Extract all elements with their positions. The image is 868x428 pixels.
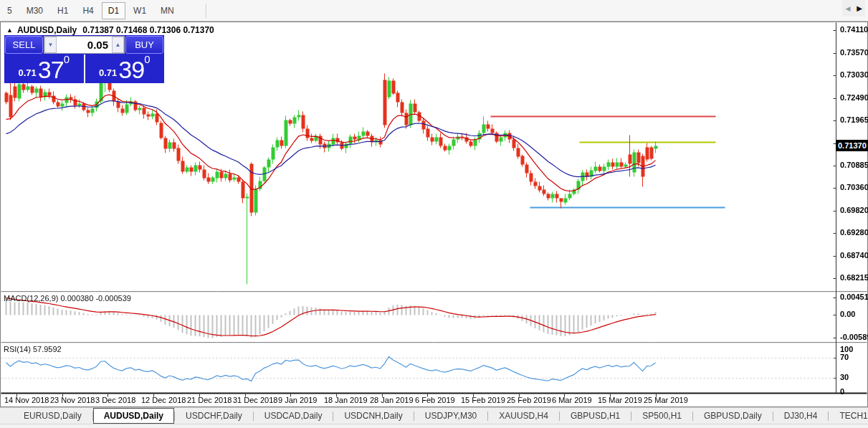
macd-axis-label: 0.004517 <box>840 293 868 301</box>
timeframe-toolbar: 5M30H1H4D1W1MN <box>0 0 868 22</box>
toolbar-separator <box>206 4 207 18</box>
tab-usdchf-daily[interactable]: USDCHF,Daily <box>175 409 253 423</box>
date-axis-label: 25 Feb 2019 <box>507 396 551 404</box>
chart-window: ▲AUDUSD,Daily0.71387 0.71468 0.71306 0.7… <box>0 22 868 407</box>
tab-usdjpy-m30[interactable]: USDJPY,M30 <box>414 409 487 423</box>
sell-price-sup: 0 <box>64 53 70 65</box>
rsi-indicator-label: RSI(14) 57.9592 <box>4 345 62 353</box>
tab-sp500-h1[interactable]: SP500,H1 <box>631 409 692 423</box>
date-axis-label: 21 Dec 2018 <box>187 396 232 404</box>
tab-audusd-daily[interactable]: AUDUSD,Daily <box>93 408 174 424</box>
timeframe-button-h4[interactable]: H4 <box>76 2 100 19</box>
macd-indicator-label: MACD(12,26,9) 0.000380 -0.000539 <box>4 294 131 303</box>
date-axis-label: 6 Mar 2019 <box>552 396 592 404</box>
tab-eurusd-daily[interactable]: EURUSD,Daily <box>13 409 92 423</box>
price-axis-label: 0.70360 <box>840 183 868 191</box>
timeframe-button-w1[interactable]: W1 <box>127 2 153 19</box>
sell-price-display[interactable]: 0.71370 <box>4 54 85 83</box>
tab-scroll-controls: ◀ ▶ <box>842 0 865 16</box>
rsi-axis-label: 30 <box>840 373 849 381</box>
price-axis-label: 0.69820 <box>840 206 868 214</box>
collapse-panel-icon[interactable]: ▲ <box>6 27 13 34</box>
one-click-trade-panel: SELL ▼ ▲ BUY 0.71370 0.71390 <box>4 35 164 83</box>
timeframe-button-d1[interactable]: D1 <box>102 2 125 19</box>
chart-ohlc-quotes: 0.71387 0.71468 0.71306 0.71370 <box>82 25 214 35</box>
timeframe-button-mn[interactable]: MN <box>154 2 181 19</box>
date-axis-label: 15 Mar 2019 <box>598 396 642 404</box>
price-axis-label: 0.71965 <box>840 115 868 124</box>
volume-decrease-icon[interactable]: ▼ <box>44 37 57 53</box>
date-axis-label: 18 Jan 2019 <box>324 396 368 404</box>
macd-axis-label: -0.005899 <box>840 333 868 341</box>
date-axis-label: 15 Feb 2019 <box>461 396 505 404</box>
sell-button[interactable]: SELL <box>5 36 43 54</box>
timeframe-button-h1[interactable]: H1 <box>51 2 75 19</box>
date-axis-label: 6 Feb 2019 <box>415 396 455 404</box>
price-axis-label: 0.72490 <box>840 93 868 102</box>
buy-price-big: 39 <box>118 59 144 80</box>
tab-usdcad-daily[interactable]: USDCAD,Daily <box>254 409 333 423</box>
rsi-axis-label: 70 <box>840 353 849 361</box>
buy-price-display[interactable]: 0.71390 <box>85 54 165 83</box>
window-bottom-strip <box>0 424 868 428</box>
tab-dj30-h4[interactable]: DJ30,H4 <box>773 409 829 423</box>
volume-control: ▼ ▲ <box>44 36 125 54</box>
sell-price-prefix: 0.71 <box>19 67 37 78</box>
sell-price-big: 37 <box>38 59 64 80</box>
macd-axis-label: 0.00 <box>840 310 855 318</box>
price-axis-label: 0.69280 <box>840 228 868 237</box>
symbol-tab-bar: EURUSD,DailyAUDUSD,DailyUSDCHF,DailyUSDC… <box>0 407 868 424</box>
date-axis-label: 31 Dec 2018 <box>233 396 277 404</box>
date-axis-label: 14 Nov 2018 <box>4 396 49 404</box>
price-axis-label: 0.68740 <box>840 251 868 260</box>
tab-gbpusd-daily[interactable]: GBPUSD,Daily <box>693 409 773 423</box>
date-axis-label: 9 Jan 2019 <box>278 396 317 404</box>
timeframe-button-5[interactable]: 5 <box>1 2 19 19</box>
price-axis-label: 0.68215 <box>840 273 868 282</box>
chart-title: ▲AUDUSD,Daily0.71387 0.71468 0.71306 0.7… <box>6 25 214 35</box>
tab-xauusd-h4[interactable]: XAUUSD,H4 <box>488 409 559 423</box>
price-axis-label: 0.73570 <box>840 48 868 57</box>
tab-usdcnh-daily[interactable]: USDCNH,Daily <box>333 409 413 423</box>
price-axis-label: 0.74110 <box>840 25 868 34</box>
timeframe-button-m30[interactable]: M30 <box>20 2 49 19</box>
date-axis-label: 23 Nov 2018 <box>50 396 95 404</box>
volume-increase-icon[interactable]: ▲ <box>112 37 124 53</box>
date-axis-label: 3 Dec 2018 <box>95 396 135 404</box>
rsi-axis-label: 0 <box>840 387 844 396</box>
price-axis-label: 0.70885 <box>840 161 868 169</box>
current-price-tag: 0.71370 <box>836 140 868 151</box>
price-axis-label: 0.73030 <box>840 70 868 79</box>
date-axis-label: 12 Dec 2018 <box>141 396 186 404</box>
buy-price-prefix: 0.71 <box>99 67 117 78</box>
tab-tech100-h1[interactable]: TECH100,H1 <box>829 409 868 423</box>
volume-input[interactable] <box>57 37 112 53</box>
chart-symbol-label: AUDUSD,Daily <box>17 25 77 35</box>
date-axis-label: 25 Mar 2019 <box>644 396 688 404</box>
date-axis-label: 28 Jan 2019 <box>370 396 414 404</box>
tab-scroll-right-icon[interactable]: ▶ <box>857 4 862 12</box>
buy-price-sup: 0 <box>144 53 150 65</box>
tab-gbpusd-h1[interactable]: GBPUSD,H1 <box>560 409 631 423</box>
tab-scroll-left-icon[interactable]: ◀ <box>845 5 850 12</box>
buy-button[interactable]: BUY <box>125 36 163 54</box>
